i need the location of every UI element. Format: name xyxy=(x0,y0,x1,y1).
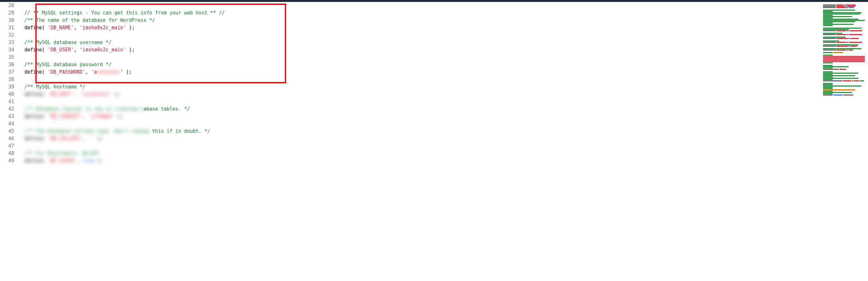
code-token: ); xyxy=(94,157,103,165)
code-line[interactable]: define( 'DB_PASSWORD', 'exxxxxxxx' ); xyxy=(18,68,820,76)
code-line[interactable]: /** Database Charset to use in creating … xyxy=(18,105,820,113)
line-number: 37 xyxy=(0,68,14,76)
code-token: , xyxy=(86,69,91,75)
code-token: ( xyxy=(42,69,48,75)
code-token: ( xyxy=(42,25,48,31)
code-line[interactable]: define( 'DB_NAME', 'imsha9s2c_main' ); xyxy=(18,24,820,32)
code-token: 'imsha9s2c_main' xyxy=(80,47,126,53)
line-number: 32 xyxy=(0,32,14,39)
editor-container: 2829303132333435363738394041424344454647… xyxy=(0,0,868,281)
code-token: ); xyxy=(115,113,123,120)
code-token: 'e xyxy=(91,69,97,75)
code-token: 'utf8mb4' xyxy=(88,113,115,120)
code-token: define( xyxy=(25,135,48,143)
code-token: ) xyxy=(126,47,132,53)
code-line[interactable]: define( 'DB_HOST', 'localhost' ); xyxy=(18,91,820,98)
code-area[interactable]: // ** MySQL settings - You can get this … xyxy=(18,2,820,281)
code-line[interactable]: /** The Database Collate type. Don't cha… xyxy=(18,128,820,135)
code-token: 'WP_CACHE' xyxy=(48,157,76,165)
line-number: 33 xyxy=(0,39,14,46)
code-token: 'DB_PASSWORD' xyxy=(48,69,85,75)
line-number: 40 xyxy=(0,91,14,98)
line-number: 48 xyxy=(0,150,14,157)
line-number-gutter: 2829303132333435363738394041424344454647… xyxy=(0,2,18,281)
code-token: , xyxy=(83,135,88,143)
code-line[interactable] xyxy=(18,120,820,128)
code-line[interactable]: define( 'DB_USER', 'imsha9s2c_main' ); xyxy=(18,46,820,54)
code-token: ; xyxy=(129,69,132,75)
code-line[interactable]: /** The name of the database for WordPre… xyxy=(18,17,820,24)
code-token: define xyxy=(25,47,42,53)
code-token: define( xyxy=(25,113,48,120)
line-number: 44 xyxy=(0,120,14,128)
minimap[interactable] xyxy=(820,2,868,281)
code-token: define( xyxy=(25,91,48,98)
code-token: ' xyxy=(120,69,123,75)
code-line[interactable] xyxy=(18,32,820,39)
line-number: 35 xyxy=(0,54,14,61)
code-line[interactable]: // ** MySQL settings - You can get this … xyxy=(18,9,820,17)
code-token: this if in doubt. */ xyxy=(149,128,210,134)
code-token: 'localhost' xyxy=(80,91,112,98)
code-token: 'DB_USER' xyxy=(48,47,73,53)
code-token: , xyxy=(74,25,80,31)
code-token: , xyxy=(74,47,80,53)
code-token: /** For Developers: WordPr xyxy=(25,150,100,157)
code-line[interactable] xyxy=(18,2,820,9)
line-number: 31 xyxy=(0,24,14,32)
code-line[interactable]: /** MySQL hostname */ xyxy=(18,83,820,91)
line-number: 41 xyxy=(0,98,14,105)
line-number: 38 xyxy=(0,76,14,83)
line-number: 34 xyxy=(0,46,14,54)
code-token: define xyxy=(25,25,42,31)
code-token: ) xyxy=(126,25,132,31)
code-line[interactable] xyxy=(18,54,820,61)
line-number: 42 xyxy=(0,105,14,113)
code-token: define xyxy=(25,69,42,75)
code-line[interactable]: define( 'DB_CHARSET', 'utf8mb4' ); xyxy=(18,113,820,120)
code-line[interactable]: /** For Developers: WordPr xyxy=(18,150,820,157)
code-line[interactable]: /** MySQL database username */ xyxy=(18,39,820,46)
code-token: 'DB_COLLATE' xyxy=(48,135,82,143)
line-number: 46 xyxy=(0,135,14,143)
code-token: , xyxy=(83,113,88,120)
editor-top-bar xyxy=(0,0,868,2)
code-token: abase tables. */ xyxy=(144,106,190,112)
code-token: ) xyxy=(123,69,129,75)
line-number: 36 xyxy=(0,61,14,68)
code-token: ( xyxy=(42,47,48,53)
line-number: 47 xyxy=(0,143,14,150)
code-token: /** The name of the database for WordPre… xyxy=(25,18,155,23)
code-token: 'DB_NAME' xyxy=(48,25,73,31)
code-token: ); xyxy=(94,135,103,143)
code-token: '' xyxy=(88,135,94,143)
minimap-content xyxy=(823,4,865,96)
code-token: , xyxy=(77,157,83,165)
code-token: 'DB_CHARSET' xyxy=(48,113,82,120)
line-number: 49 xyxy=(0,157,14,165)
line-number: 39 xyxy=(0,83,14,91)
line-number: 30 xyxy=(0,17,14,24)
code-token: 'DB_HOST' xyxy=(48,91,73,98)
code-line[interactable]: define( 'WP_CACHE', true ); xyxy=(18,157,820,165)
code-token: /** MySQL database username */ xyxy=(25,39,112,45)
code-token: /** MySQL hostname */ xyxy=(25,84,86,90)
code-token: true xyxy=(83,157,94,165)
code-line[interactable] xyxy=(18,143,820,150)
code-token: ; xyxy=(132,25,135,31)
code-token: 'imsha9s2c_main' xyxy=(80,25,126,31)
code-token: xxxxxxxx xyxy=(97,68,120,76)
code-token: /** Database Charset to use in creating … xyxy=(25,105,144,113)
code-line[interactable] xyxy=(18,98,820,105)
line-number: 28 xyxy=(0,2,14,9)
line-number: 43 xyxy=(0,113,14,120)
code-token: , xyxy=(74,91,80,98)
line-number: 45 xyxy=(0,128,14,135)
line-number: 29 xyxy=(0,9,14,17)
code-line[interactable]: define( 'DB_COLLATE', '' ); xyxy=(18,135,820,143)
code-token: /** MySQL database password */ xyxy=(25,62,112,67)
code-line[interactable]: /** MySQL database password */ xyxy=(18,61,820,68)
code-token: /** The Database Collate type. Don't cha… xyxy=(25,128,149,135)
code-line[interactable] xyxy=(18,76,820,83)
code-token: ; xyxy=(132,47,135,53)
